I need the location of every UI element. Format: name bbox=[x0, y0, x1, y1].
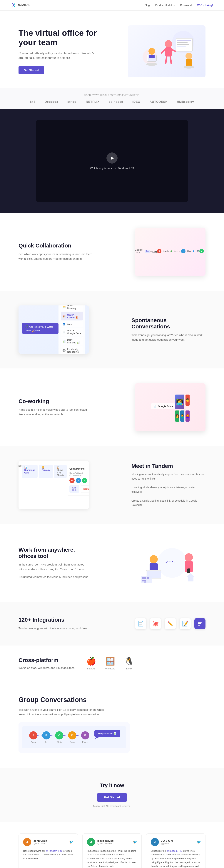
integration-icon-linear bbox=[194, 618, 205, 629]
feature-title: Quick Collaboration bbox=[19, 243, 93, 249]
svg-point-22 bbox=[150, 555, 158, 563]
svg-rect-32 bbox=[147, 577, 149, 579]
coworking-header: 📄 Google Drive bbox=[151, 403, 175, 409]
app-item-gdocs: 📄 Google Docs App bbox=[135, 248, 150, 254]
quick-meeting-sublabel: Barnie's Smart Conversation bbox=[69, 472, 89, 476]
quick-meeting-label: Quick Meeting bbox=[69, 467, 89, 470]
logos-tagline: Used by world-class teams everywhere. bbox=[19, 94, 205, 96]
feature-text: Co-working Hang out in a minimal voice/v… bbox=[19, 398, 93, 417]
svg-rect-19 bbox=[186, 59, 192, 66]
hero-cta-button[interactable]: Get Started bbox=[19, 66, 44, 74]
room-feedback[interactable]: 💬 Feedback Needed 💬 bbox=[61, 346, 83, 353]
integration-icon-figma: ✏️ bbox=[165, 618, 176, 629]
svg-text:Chris: Chris bbox=[57, 741, 62, 743]
upcoming-item2[interactable]: 🏆 Fantasy bbox=[39, 465, 53, 478]
testimonial-jason: J J A S O N @jason 🐦 Excited by the @Tan… bbox=[146, 833, 205, 868]
logo-coinbase: coinbase bbox=[109, 100, 123, 103]
anywhere-illustration bbox=[135, 539, 205, 587]
video-cell-2: 👩 bbox=[175, 410, 179, 422]
navbar: tandem Blog Product Updates Download We'… bbox=[0, 0, 224, 10]
integrations-text: 120+ Integrations Tandem works great wit… bbox=[19, 617, 87, 631]
remove-button[interactable]: Remove bbox=[81, 485, 89, 493]
work-anywhere-section: Work from anywhere, offices too! In the … bbox=[0, 524, 224, 602]
svg-rect-8 bbox=[165, 47, 171, 57]
video-grid: 👩‍💻 👨 👩 👨‍🦱 👩‍🦰 bbox=[175, 395, 190, 422]
platform-icons: 🍎 macOS 🪟 Windows 🐧 Linux bbox=[87, 657, 134, 670]
logo-netflix: NETFLIX bbox=[86, 100, 100, 103]
logo-dropbox: Dropbox bbox=[45, 100, 58, 103]
svg-point-26 bbox=[185, 553, 193, 561]
svg-point-20 bbox=[184, 66, 194, 68]
integrations-title: 120+ Integrations bbox=[19, 617, 87, 623]
testimonial-avatar: J bbox=[151, 838, 159, 846]
testimonial-john-crain: J John Crain @johncrain 🐦 Have been tryi… bbox=[19, 833, 78, 868]
svg-rect-6 bbox=[149, 55, 155, 58]
integration-icon-docs: 📄 bbox=[135, 618, 146, 629]
feature-text: Quick Collaboration See which work apps … bbox=[19, 243, 93, 261]
video-label: Watch why teams use Tandem 1:03 bbox=[90, 166, 134, 170]
platform-text: Cross-platform Works on Mac, Windows, an… bbox=[19, 657, 75, 670]
hero-section: The virtual office for your team Connect… bbox=[0, 10, 224, 88]
add-link-button[interactable]: Add Link bbox=[69, 485, 79, 493]
anywhere-desc: In the same room? No problem. Join from … bbox=[19, 562, 93, 571]
testimonial-jessicstar: J jessicstar.joe @jessicstarjoe 🐦 Huge f… bbox=[83, 833, 142, 868]
logo-hmbradley: HMBradley bbox=[177, 100, 194, 103]
quick-meeting-panel: Quick Meeting Barnie's Smart Conversatio… bbox=[67, 465, 89, 496]
room-standup[interactable]: 📊 Daily Standup 📊 bbox=[61, 337, 83, 345]
testimonial-meta: John Crain @johncrain bbox=[33, 839, 47, 845]
feature-title: Meet in Tandem bbox=[131, 463, 205, 469]
anywhere-title: Work from anywhere, offices too! bbox=[19, 547, 93, 559]
video-cell-3: 👨‍🦱 bbox=[180, 410, 184, 422]
upcoming-quiz[interactable]: 📊 Standings Quiz bbox=[22, 465, 38, 478]
nav-hiring[interactable]: We're hiring! bbox=[197, 4, 213, 7]
feature-title: Co-working bbox=[19, 398, 93, 404]
svg-rect-38 bbox=[198, 622, 202, 623]
platform-linux: 🐧 Linux bbox=[124, 657, 134, 670]
svg-rect-35 bbox=[145, 582, 146, 583]
platform-title: Cross-platform bbox=[19, 657, 75, 663]
svg-point-18 bbox=[186, 53, 192, 59]
nav-blog[interactable]: Blog bbox=[145, 4, 150, 7]
team-header: TEAM bbox=[150, 251, 157, 253]
feature-text: Meet in Tandem Meeting rooms automatical… bbox=[131, 463, 205, 507]
play-button[interactable] bbox=[106, 152, 118, 163]
meeting-actions: Add Link Remove bbox=[69, 485, 89, 493]
room-good-morning[interactable]: 🌅 Good Morning bbox=[61, 305, 83, 311]
svg-text:Anna: Anna bbox=[31, 741, 36, 743]
notification-bubble: 🎵 Alex joined you in Water Cooler 🎉 room bbox=[22, 323, 59, 334]
platform-windows: 🪟 Windows bbox=[105, 657, 115, 670]
upcoming-item3[interactable]: 📋 Show a +1 Sheets bbox=[54, 465, 67, 478]
meetings-upcoming-label: Upcoming bbox=[19, 465, 22, 467]
testimonials-grid: J John Crain @johncrain 🐦 Have been tryi… bbox=[19, 833, 205, 868]
nav-product-updates[interactable]: Product Updates bbox=[155, 4, 174, 7]
logo-ideo: IDEO bbox=[132, 100, 140, 103]
svg-line-11 bbox=[166, 57, 167, 63]
room-water-cooler[interactable]: 🎉 Water Cooler 🎉 bbox=[61, 312, 83, 320]
cta-button[interactable]: Get Started bbox=[97, 793, 127, 802]
group-conversations-section: Group Conversations Talk with anyone in … bbox=[0, 681, 224, 768]
hero-text: The virtual office for your team Connect… bbox=[19, 28, 104, 74]
feature-meetings: Meet in Tandem Meeting rooms automatical… bbox=[0, 446, 224, 524]
group-svg: A B C D E Anna Ben Chris Dana Emma Daily… bbox=[22, 726, 126, 748]
hero-illustration bbox=[128, 25, 205, 77]
svg-rect-30 bbox=[142, 577, 143, 579]
logo-autodesk: AUTODESK bbox=[150, 100, 168, 103]
room-gina[interactable]: 📄 Gina + Google Docs bbox=[61, 328, 83, 336]
anywhere-svg bbox=[135, 539, 205, 587]
testimonials-section: J John Crain @johncrain 🐦 Have been tryi… bbox=[0, 822, 224, 868]
member-matt: M MattGoogle bbox=[199, 249, 205, 253]
svg-text:A: A bbox=[32, 734, 34, 737]
feature-title: Spontaneous Conversations bbox=[131, 317, 205, 330]
video-player[interactable]: Watch why teams use Tandem 1:03 bbox=[36, 120, 188, 202]
room-alex[interactable]: 👤 Alex bbox=[61, 321, 83, 327]
logo[interactable]: tandem bbox=[11, 3, 30, 8]
feature-mockup-coworking: 📄 Google Drive 👩‍💻 👨 👩 👨‍🦱 👩‍🦰 bbox=[135, 383, 205, 431]
integration-icons-list: 📄 🐙 ✏️ 📝 bbox=[135, 618, 205, 629]
nav-download[interactable]: Download bbox=[180, 4, 192, 7]
integrations-desc: Tandem works great with tools in your ex… bbox=[19, 626, 87, 631]
integration-icon-notion: 📝 bbox=[180, 618, 191, 629]
svg-text:Dana: Dana bbox=[70, 741, 75, 743]
svg-line-10 bbox=[171, 50, 175, 51]
svg-line-9 bbox=[161, 50, 165, 53]
testimonial-text: Huge fan of Tandem so far! I think this … bbox=[87, 849, 137, 868]
